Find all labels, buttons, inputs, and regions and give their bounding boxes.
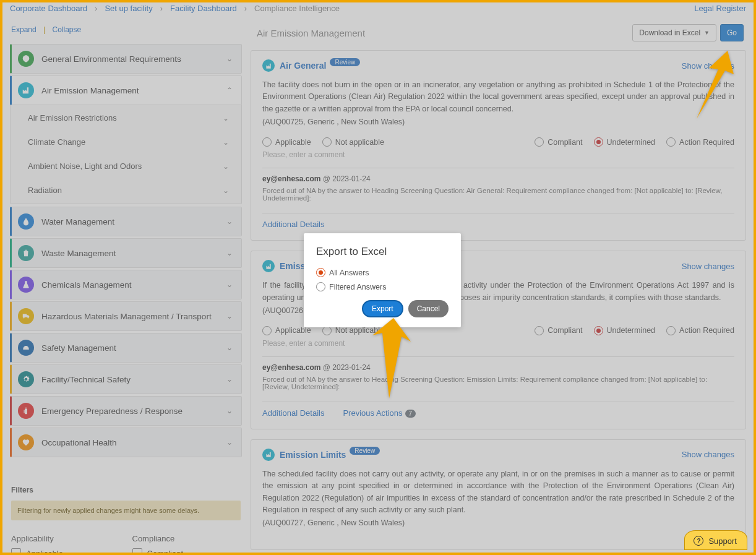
support-button[interactable]: ? Support	[684, 530, 747, 550]
radio-filtered-answers[interactable]: Filtered Answers	[316, 282, 449, 291]
export-button[interactable]: Export	[362, 300, 403, 317]
help-icon: ?	[694, 536, 703, 546]
radio-all-answers[interactable]: All Answers	[316, 268, 449, 277]
cancel-button[interactable]: Cancel	[408, 300, 449, 317]
export-modal: Export to Excel All Answers Filtered Ans…	[304, 233, 461, 327]
modal-title: Export to Excel	[316, 246, 449, 258]
